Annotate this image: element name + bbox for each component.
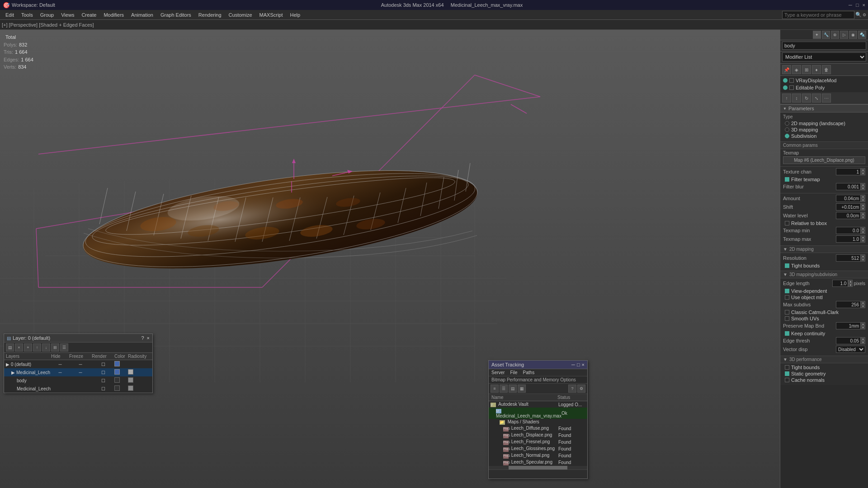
layer-row-medicinal-leech[interactable]: ▶ Medicinal_Leech ─ ─ ☐ [4, 368, 152, 376]
filter-blur-down[interactable]: ▼ [861, 187, 865, 190]
3d-mapping-section[interactable]: ▼ 3D mapping/subdivision [780, 271, 868, 278]
radio-subdivision[interactable]: Subdivision [783, 133, 865, 139]
edge-thresh-up[interactable]: ▲ [861, 337, 865, 341]
tight-bounds-2d-check[interactable] [785, 263, 789, 268]
menu-maxscript[interactable]: MAXScript [256, 11, 287, 19]
layer-color-ml2[interactable] [114, 385, 128, 392]
smooth-uvs-check[interactable] [785, 316, 789, 321]
asset-scrollbar[interactable] [489, 466, 587, 469]
menu-modifiers[interactable]: Modifiers [100, 11, 127, 19]
layer-render-ml[interactable]: ☐ [92, 370, 114, 375]
shift-spinner[interactable]: ▲ ▼ [836, 203, 865, 211]
texmap-map-button[interactable]: Map #6 (Leech_Displace.png) [783, 156, 865, 164]
menu-graph-editors[interactable]: Graph Editors [157, 11, 195, 19]
view-dependent-row[interactable]: View-dependent [783, 288, 865, 294]
layer-hide-ml[interactable]: ─ [51, 370, 69, 375]
texmap-max-input[interactable] [836, 235, 861, 243]
layers-options-button[interactable]: ☰ [60, 343, 68, 352]
asset-row-displace[interactable]: PNG Leech_Displace.png Found [489, 432, 587, 439]
layer-row-body[interactable]: body ☐ [4, 376, 152, 385]
sub-rotate-btn[interactable]: ↻ [802, 94, 811, 103]
viewport[interactable]: Total Polys: 832 Tris: 1 664 Edges: 1 66… [0, 30, 780, 488]
vector-disp-dropdown[interactable]: Disabled Object XYZ World XYZ [836, 346, 865, 353]
layer-color-ml[interactable] [114, 369, 128, 375]
amount-spinner[interactable]: ▲ ▼ [836, 195, 865, 202]
max-subdivs-down[interactable]: ▼ [861, 305, 865, 308]
asset-tracking-close[interactable]: × [582, 362, 585, 367]
panel-display-tab[interactable]: ◉ [849, 31, 857, 39]
layers-add-button[interactable]: + [24, 343, 32, 352]
3d-performance-section[interactable]: ▼ 3D performance [780, 356, 868, 363]
modifier-checkbox-2[interactable] [789, 85, 794, 90]
cache-normals-row[interactable]: Cache normals [783, 377, 865, 383]
sub-select-btn[interactable]: ↑ [782, 94, 791, 103]
asset-toolbar-btn4[interactable]: ▦ [518, 385, 526, 393]
water-level-input[interactable] [836, 212, 861, 219]
asset-toolbar-btn3[interactable]: ▤ [509, 385, 517, 393]
search-input[interactable] [782, 11, 854, 19]
water-level-spinner[interactable]: ▲ ▼ [836, 212, 865, 219]
shift-down[interactable]: ▼ [861, 207, 865, 211]
texmap-max-spinner[interactable]: ▲ ▼ [836, 235, 865, 243]
asset-menu-file[interactable]: File [507, 369, 520, 376]
menu-views[interactable]: Views [57, 11, 78, 19]
resolution-up[interactable]: ▲ [861, 254, 865, 258]
filter-blur-up[interactable]: ▲ [861, 183, 865, 187]
search-icon[interactable]: 🔍 [855, 12, 862, 18]
classic-catmull-check[interactable] [785, 310, 789, 314]
radio-2d-dot[interactable] [785, 121, 789, 126]
preserve-map-input[interactable] [836, 322, 861, 329]
panel-motion-tab[interactable]: ▷ [840, 31, 848, 39]
preserve-map-spinner[interactable]: ▲ ▼ [836, 322, 865, 329]
keep-continuity-row[interactable]: Keep continuity [783, 331, 865, 336]
filter-texmap-check[interactable] [785, 177, 789, 182]
texmap-min-input[interactable] [836, 227, 861, 234]
filter-blur-input[interactable] [836, 183, 861, 190]
layer-render-default[interactable]: ☐ [92, 362, 114, 367]
water-level-up[interactable]: ▲ [861, 212, 865, 216]
layers-close-button[interactable]: × [147, 335, 150, 341]
edge-thresh-down[interactable]: ▼ [861, 341, 865, 344]
modifier-bulb[interactable] [783, 78, 788, 83]
layers-move-up-button[interactable]: ↑ [33, 343, 41, 352]
stack-show-btn[interactable]: ⊞ [802, 65, 811, 74]
modifier-bulb-2[interactable] [783, 85, 788, 90]
asset-toolbar-settings[interactable]: ⚙ [577, 385, 585, 393]
stack-pin-btn[interactable]: 📌 [782, 65, 791, 74]
view-dependent-check[interactable] [785, 289, 789, 293]
texmap-max-up[interactable]: ▲ [861, 235, 865, 239]
filter-blur-spinner[interactable]: ▲ ▼ [836, 183, 865, 190]
shift-input[interactable] [836, 203, 861, 211]
edge-length-spinner[interactable]: ▲ ▼ [832, 280, 853, 287]
asset-row-diffuse[interactable]: PNG Leech_Diffuse.png Found [489, 425, 587, 432]
texture-chan-up[interactable]: ▲ [861, 168, 865, 172]
layer-hide-default[interactable]: ─ [51, 362, 69, 367]
layers-help-button[interactable]: ? [141, 335, 144, 341]
edge-length-input[interactable] [832, 280, 848, 287]
stack-remove-btn[interactable]: 🗑 [822, 65, 831, 74]
asset-row-maps-folder[interactable]: 📁 Maps / Shaders [489, 419, 587, 425]
layers-select-button[interactable]: ⊞ [51, 343, 59, 352]
modifier-vray-displace[interactable]: VRayDisplaceMod [781, 77, 867, 84]
menu-help[interactable]: Help [287, 11, 304, 19]
layer-row-ml2[interactable]: Medicinal_Leech ☐ [4, 385, 152, 393]
menu-customize[interactable]: Customize [225, 11, 256, 19]
smooth-uvs-row[interactable]: Smooth UVs [783, 316, 865, 321]
asset-menu-paths[interactable]: Paths [520, 369, 538, 376]
close-button[interactable]: × [863, 2, 865, 8]
layer-freeze-default[interactable]: ─ [69, 362, 92, 367]
modifier-checkbox[interactable] [789, 78, 794, 83]
filter-texmap-row[interactable]: Filter texmap [783, 177, 865, 182]
cache-normals-check[interactable] [785, 378, 789, 382]
preserve-map-down[interactable]: ▼ [861, 326, 865, 329]
static-geometry-row[interactable]: Static geometry [783, 371, 865, 376]
amount-down[interactable]: ▼ [861, 198, 865, 202]
menu-rendering[interactable]: Rendering [195, 11, 225, 19]
use-object-mtl-check[interactable] [785, 295, 789, 300]
tight-bounds-check[interactable] [785, 365, 789, 370]
classic-catmull-row[interactable]: Classic Catmull-Clark [783, 310, 865, 315]
texture-chan-input[interactable] [836, 168, 861, 175]
panel-modify-tab[interactable]: 🔧 [822, 31, 830, 39]
texture-chan-spinner[interactable]: ▲ ▼ [836, 168, 865, 175]
shift-up[interactable]: ▲ [861, 203, 865, 207]
